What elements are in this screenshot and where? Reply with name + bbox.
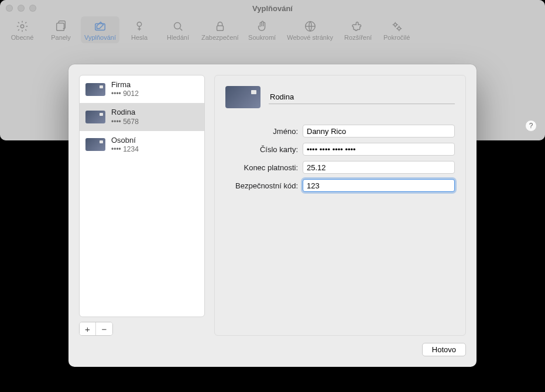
search-icon	[172, 20, 184, 33]
lock-icon	[214, 20, 227, 33]
help-button[interactable]: ?	[525, 120, 537, 132]
tab-passwords[interactable]: Hesla	[121, 16, 158, 43]
tab-advanced[interactable]: Pokročilé	[378, 16, 416, 43]
card-security-code-input[interactable]	[303, 179, 455, 192]
tab-general[interactable]: Obecné	[4, 16, 41, 43]
card-name: Osobní	[111, 136, 139, 145]
field-label-expiry: Konec platnosti:	[225, 163, 303, 172]
card-last-digits: •••• 1234	[111, 145, 139, 154]
remove-card-button[interactable]: −	[96, 322, 112, 335]
tab-security[interactable]: Zabezpečení	[198, 16, 242, 43]
gear-icon	[16, 20, 29, 33]
credit-card-icon	[225, 86, 260, 108]
svg-point-4	[174, 23, 181, 29]
card-expiry-input[interactable]	[303, 161, 455, 174]
card-detail-pane: Jméno: Číslo karty: Konec platnosti: Bez…	[214, 75, 466, 336]
pencil-box-icon	[94, 20, 107, 33]
puzzle-icon	[352, 20, 365, 33]
tabs-icon	[54, 20, 67, 33]
svg-rect-1	[57, 23, 64, 31]
cardholder-name-input[interactable]	[303, 125, 455, 137]
credit-card-icon	[85, 83, 105, 96]
card-number-input[interactable]	[303, 143, 455, 156]
card-list[interactable]: Firma •••• 9012 Rodina •••• 5678 Osobní	[79, 75, 205, 317]
svg-rect-5	[217, 26, 223, 30]
credit-card-icon	[85, 138, 105, 151]
credit-card-icon	[85, 111, 105, 123]
card-description-input[interactable]	[269, 90, 455, 104]
card-last-digits: •••• 5678	[111, 118, 139, 126]
card-name: Rodina	[111, 108, 139, 117]
field-label-security: Bezpečnostní kód:	[225, 181, 303, 190]
add-card-button[interactable]: +	[80, 322, 96, 335]
field-label-number: Číslo karty:	[225, 145, 303, 154]
card-row[interactable]: Firma •••• 9012	[80, 75, 204, 103]
tab-websites[interactable]: Webové stránky	[282, 16, 338, 43]
tab-search[interactable]: Hledání	[159, 16, 197, 43]
card-name: Firma	[111, 80, 139, 90]
svg-point-8	[397, 27, 400, 30]
window-title: Vyplňování	[0, 4, 545, 13]
hand-icon	[256, 20, 269, 33]
titlebar: Vyplňování	[0, 0, 545, 16]
key-icon	[133, 20, 146, 33]
tab-autofill[interactable]: Vyplňování	[81, 16, 119, 43]
preferences-toolbar: Obecné Panely Vyplňování Hesla Hledání Z…	[0, 16, 545, 51]
svg-point-0	[20, 25, 24, 28]
card-row[interactable]: Rodina •••• 5678	[80, 103, 204, 130]
tab-tabs[interactable]: Panely	[42, 16, 80, 43]
credit-cards-dialog: Firma •••• 9012 Rodina •••• 5678 Osobní	[68, 64, 477, 367]
field-label-name: Jméno:	[225, 127, 303, 136]
done-button[interactable]: Hotovo	[422, 343, 466, 356]
add-remove-control: + −	[79, 322, 113, 336]
svg-point-7	[394, 23, 397, 26]
tab-privacy[interactable]: Soukromí	[244, 16, 281, 43]
card-row[interactable]: Osobní •••• 1234	[80, 131, 204, 159]
tab-extensions[interactable]: Rozšíření	[340, 16, 377, 43]
globe-icon	[304, 20, 317, 33]
card-last-digits: •••• 9012	[111, 90, 139, 98]
svg-point-3	[137, 22, 141, 26]
card-list-pane: Firma •••• 9012 Rodina •••• 5678 Osobní	[79, 75, 205, 336]
gears-icon	[390, 20, 403, 33]
